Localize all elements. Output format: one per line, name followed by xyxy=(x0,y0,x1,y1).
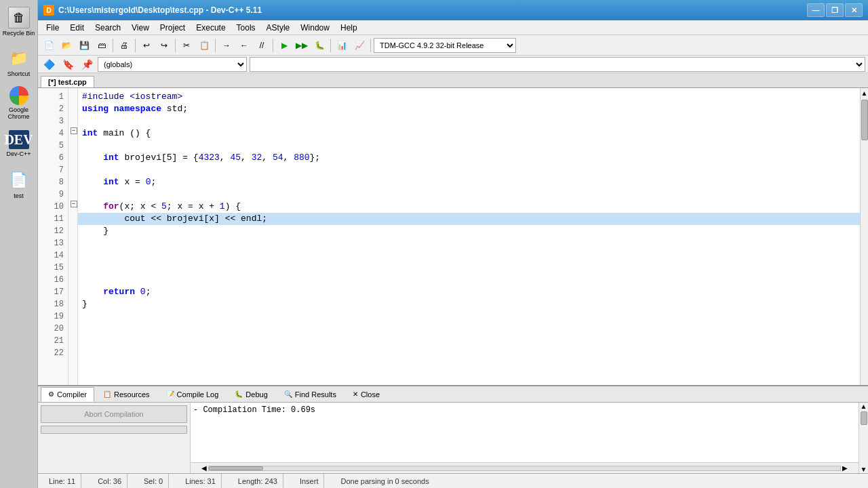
vscroll-up-arrow[interactable]: ▲ xyxy=(861,403,867,410)
fold-marker xyxy=(68,186,77,198)
code-line: int main () { xyxy=(78,127,860,140)
code-line: int brojevi[5] = {4323, 45, 32, 54, 880}… xyxy=(78,152,860,164)
abort-compilation-button[interactable]: Abort Compilation xyxy=(41,405,187,423)
fold-marker xyxy=(68,88,77,100)
cut-button[interactable]: ✂ xyxy=(178,37,195,54)
menu-search[interactable]: Search xyxy=(90,20,126,35)
globals-dropdown[interactable]: (globals) xyxy=(98,57,247,72)
menu-edit[interactable]: Edit xyxy=(64,20,90,35)
compiler-select[interactable]: TDM-GCC 4.9.2 32-bit Release xyxy=(374,38,516,53)
fold-marker xyxy=(68,137,77,149)
graph-btn[interactable]: 📊 xyxy=(334,37,350,54)
open-button[interactable]: 📂 xyxy=(58,37,75,54)
desktop-icon-devcpp[interactable]: DEV Dev-C++ xyxy=(3,125,35,163)
menu-project[interactable]: Project xyxy=(155,20,191,35)
devcpp-icon: DEV xyxy=(9,130,29,149)
profile-btn[interactable]: 📈 xyxy=(351,37,368,54)
line-number: 13 xyxy=(38,237,68,249)
menu-view[interactable]: View xyxy=(126,20,155,35)
bottom-panel: ⚙ Compiler 📋 Resources 📝 Compile Log 🐛 D… xyxy=(38,385,868,473)
menu-help[interactable]: Help xyxy=(335,20,363,35)
menu-execute[interactable]: Execute xyxy=(191,20,231,35)
fold-button[interactable]: − xyxy=(71,201,77,207)
desktop-icon-chrome[interactable]: Google Chrome xyxy=(3,84,35,122)
panel-scrollbar-v[interactable]: ▲ ▼ xyxy=(859,403,868,473)
content-area: 12345678910111213141516171819202122 −− #… xyxy=(38,88,868,385)
minimize-button[interactable]: — xyxy=(807,3,825,17)
code-line: } xyxy=(78,298,860,310)
save-all-button[interactable]: 🗃 xyxy=(94,37,110,54)
code-line xyxy=(78,262,860,274)
maximize-button[interactable]: ❐ xyxy=(826,3,844,17)
panel-tab-findresults[interactable]: 🔍 Find Results xyxy=(277,387,344,402)
hscroll-right-arrow[interactable]: ▶ xyxy=(842,464,848,472)
fold-marker xyxy=(68,149,77,161)
hscroll-thumb[interactable] xyxy=(209,466,263,470)
vscroll-down-arrow[interactable]: ▼ xyxy=(861,466,867,473)
status-insert: Insert xyxy=(294,474,325,488)
indent-button[interactable]: → xyxy=(218,37,235,54)
tab-test-cpp[interactable]: [*] test.cpp xyxy=(41,76,94,87)
desktop-sidebar: 🗑 Recycle Bin 📁 Shortcut Google Chrome D… xyxy=(0,0,38,488)
panel-tab-compiler[interactable]: ⚙ Compiler xyxy=(41,387,94,402)
redo-button[interactable]: ↪ xyxy=(156,37,172,54)
fold-marker[interactable]: − xyxy=(68,125,77,137)
bookmark-btn[interactable]: 🔖 xyxy=(60,56,76,73)
scroll-thumb[interactable] xyxy=(861,100,868,140)
save-button[interactable]: 💾 xyxy=(76,37,92,54)
status-sel: Sel: 0 xyxy=(138,474,169,488)
window-controls: — ❐ ✕ xyxy=(807,3,863,17)
debug-btn[interactable]: 🐛 xyxy=(311,37,328,54)
code-line xyxy=(78,188,860,201)
comment-button[interactable]: // xyxy=(254,37,270,54)
panel-output: - Compilation Time: 0.69s xyxy=(191,403,859,462)
new-button[interactable]: 📄 xyxy=(41,37,57,54)
undo-button[interactable]: ↩ xyxy=(138,37,155,54)
recycle-bin-label: Recycle Bin xyxy=(3,30,35,37)
line-number: 5 xyxy=(38,140,68,152)
class-browse-btn[interactable]: 🔷 xyxy=(41,56,57,73)
scroll-up-arrow[interactable]: ▲ xyxy=(861,89,868,97)
menu-window[interactable]: Window xyxy=(295,20,335,35)
panel-tab-debug[interactable]: 🐛 Debug xyxy=(227,387,275,402)
desktop-icon-recycle[interactable]: 🗑 Recycle Bin xyxy=(3,3,35,41)
code-content[interactable]: #include <iostream>using namespace std; … xyxy=(78,88,860,385)
hscroll-left-arrow[interactable]: ◀ xyxy=(201,464,207,472)
vscroll-thumb[interactable] xyxy=(861,411,867,425)
findresults-tab-label: Find Results xyxy=(295,390,336,399)
fold-marker xyxy=(68,222,77,235)
desktop-icon-shortcut[interactable]: 📁 Shortcut xyxy=(3,43,35,81)
line-number: 3 xyxy=(38,115,68,127)
line-numbers: 12345678910111213141516171819202122 xyxy=(38,88,68,385)
panel-scrollbar-h[interactable]: ◀ ▶ xyxy=(191,462,859,473)
line-number: 19 xyxy=(38,310,68,323)
menu-file[interactable]: File xyxy=(41,20,64,35)
chrome-label: Google Chrome xyxy=(3,106,35,120)
panel-tab-resources[interactable]: 📋 Resources xyxy=(96,387,157,402)
panel-content: Abort Compilation - Compilation Time: 0.… xyxy=(38,403,868,473)
shortcut-label: Shortcut xyxy=(7,70,31,77)
toggle-btn[interactable]: 📌 xyxy=(79,56,95,73)
line-number: 7 xyxy=(38,164,68,176)
fold-button[interactable]: − xyxy=(71,127,77,134)
copy-button[interactable]: 📋 xyxy=(196,37,212,54)
menu-astyle[interactable]: AStyle xyxy=(261,20,296,35)
desktop-icon-test[interactable]: 📄 test xyxy=(3,165,35,203)
panel-tab-close[interactable]: ✕ Close xyxy=(345,387,387,402)
run-btn[interactable]: ▶▶ xyxy=(294,37,310,54)
compile-btn[interactable]: ▶ xyxy=(276,37,292,54)
unindent-button[interactable]: ← xyxy=(236,37,252,54)
code-line xyxy=(78,335,860,347)
panel-tab-compilelog[interactable]: 📝 Compile Log xyxy=(159,387,226,402)
code-editor[interactable]: 12345678910111213141516171819202122 −− #… xyxy=(38,88,860,385)
close-button[interactable]: ✕ xyxy=(845,3,863,17)
menu-tools[interactable]: Tools xyxy=(231,20,261,35)
window-title: C:\Users\mistergold\Desktop\test.cpp - D… xyxy=(58,5,807,15)
fold-marker[interactable]: − xyxy=(68,198,77,210)
print-button[interactable]: 🖨 xyxy=(116,37,132,54)
menu-bar: File Edit Search View Project Execute To… xyxy=(38,20,868,35)
editor-scrollbar[interactable]: ▲ xyxy=(860,88,868,385)
function-dropdown[interactable] xyxy=(250,57,865,72)
title-bar: D C:\Users\mistergold\Desktop\test.cpp -… xyxy=(38,0,868,20)
line-number: 22 xyxy=(38,347,68,359)
